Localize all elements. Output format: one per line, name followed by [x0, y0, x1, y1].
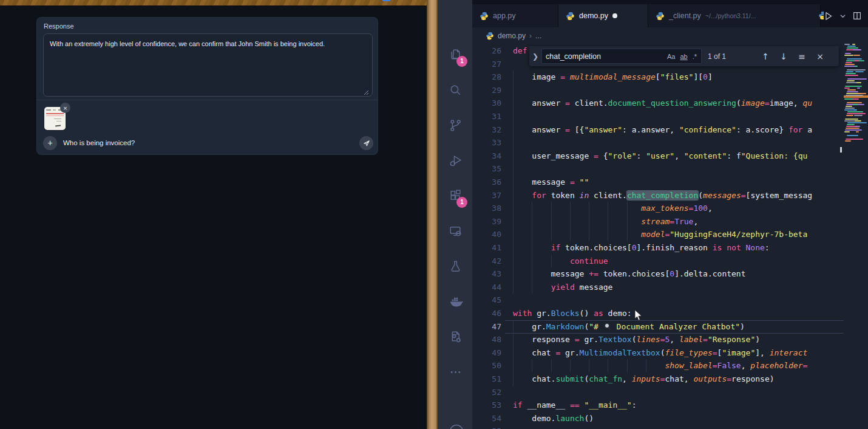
split-editor-button[interactable] [852, 11, 862, 21]
magnifier-emoji [605, 323, 611, 329]
line-number: 55 [472, 425, 501, 429]
find-results-count: 1 of 1 [708, 52, 756, 61]
code-line: 47 gr.Markdown("# Document Analyzer Chat… [472, 320, 868, 334]
line-number: 32 [472, 123, 501, 137]
send-button[interactable] [359, 136, 373, 150]
find-in-selection-button[interactable]: ≡ [793, 52, 811, 61]
code-line: 54 demo.launch() [472, 412, 868, 425]
sidebar-item-explorer[interactable]: 1 [438, 40, 472, 69]
code-line: 44 yield message [472, 281, 868, 294]
code-line: 39 stream=True, [472, 215, 868, 228]
minimap-line [847, 111, 863, 112]
sidebar-item-account[interactable] [438, 416, 472, 429]
debug-icon [448, 153, 463, 168]
code-line: 55 [472, 425, 868, 429]
code-line: 32 answer = [{"answer": a.answer, "confi… [472, 123, 868, 137]
minimap-line [855, 66, 858, 67]
tab-label: _client.py [669, 12, 701, 20]
sidebar-item-extensions[interactable]: 1 [438, 181, 472, 210]
code-line: 50 show_label=False, placeholder= [472, 359, 868, 372]
activity-bar: 1 [438, 0, 472, 429]
whole-word-toggle[interactable]: ab [677, 53, 690, 60]
code-line: 34 user_message = {"role": "user", "cont… [472, 149, 868, 163]
minimap-line [855, 120, 861, 122]
minimap-line [846, 95, 863, 96]
code-line: 31 [472, 110, 868, 123]
minimap-line [846, 128, 860, 129]
line-number: 28 [472, 70, 501, 84]
tab-description: ~/.../python3.11/... [705, 12, 756, 19]
regex-toggle[interactable]: .* [690, 53, 701, 60]
sidebar-item-search[interactable] [438, 75, 472, 105]
panel-divider [37, 100, 378, 100]
attach-file-button[interactable]: + [43, 136, 57, 150]
line-number: 34 [472, 149, 501, 163]
code-line: 37 for token in client.chat_completion(m… [472, 189, 868, 202]
code-line: 49 chat = gr.MultimodalTextbox(file_type… [472, 346, 868, 360]
match-case-toggle[interactable]: Aa [665, 53, 677, 60]
multimodal-input-row: + Who is being invoiced? [37, 134, 378, 156]
line-number: 51 [472, 372, 501, 386]
sidebar-item-source-control[interactable] [438, 111, 472, 140]
line-number: 54 [472, 412, 501, 425]
line-number: 36 [472, 176, 501, 189]
minimap-line [847, 58, 862, 60]
find-close-button[interactable]: × [811, 52, 829, 61]
breadcrumb-file[interactable]: demo.py [498, 32, 526, 40]
breadcrumb-symbol[interactable]: ... [535, 32, 541, 40]
line-number: 43 [472, 267, 501, 281]
minimap-line [845, 64, 855, 65]
docker-icon [448, 294, 464, 310]
code-line: 42 continue [472, 255, 868, 268]
minimap-line [853, 55, 860, 56]
tab-demo-py[interactable]: demo.py [558, 4, 648, 27]
sidebar-item-cmake-tools[interactable] [438, 322, 472, 351]
line-number: 31 [472, 110, 501, 123]
line-number: 53 [472, 399, 501, 412]
sidebar-item-run-debug[interactable] [438, 146, 472, 175]
sidebar-item-testing[interactable] [438, 252, 472, 281]
tab-client-py[interactable]: _client.py ~/.../python3.11/... [648, 4, 821, 27]
run-dropdown-chevron-icon[interactable] [839, 13, 846, 19]
extensions-badge: 1 [456, 197, 467, 208]
line-number: 37 [472, 189, 501, 202]
sidebar-item-remote-explorer[interactable] [438, 216, 472, 245]
tab-label: app.py [493, 12, 516, 20]
find-input[interactable] [542, 52, 665, 61]
sidebar-item-more[interactable] [438, 357, 472, 386]
gradio-panel: Response With an extremely high level of… [36, 17, 378, 155]
minimap-line [853, 49, 861, 50]
minimap[interactable] [844, 44, 868, 429]
pane-divider[interactable] [427, 0, 438, 429]
remove-image-button[interactable]: × [60, 103, 70, 113]
code-editor[interactable]: 26def chat_fn(multimodal_message):2728 i… [472, 44, 868, 429]
minimap-line [858, 93, 866, 94]
find-next-button[interactable]: ↓ [775, 52, 793, 61]
find-widget: ❯ Aa ab .* 1 of 1 ↑ ↓ ≡ × [529, 46, 839, 66]
minimap-line [857, 88, 860, 89]
line-number: 41 [472, 241, 501, 255]
response-textarea[interactable]: With an extremely high level of confiden… [43, 33, 373, 97]
minimap-line [845, 129, 862, 131]
minimap-line [846, 62, 852, 63]
editor-group: app.py demo.py _client.py ~ [472, 0, 868, 429]
modified-dot[interactable] [612, 13, 617, 18]
minimap-line [847, 135, 858, 136]
minimap-line [846, 115, 853, 116]
minimap-line [856, 82, 861, 83]
run-button[interactable] [823, 11, 833, 21]
code-line: 30 answer = client.document_question_ans… [472, 97, 868, 110]
code-line: 46with gr.Blocks() as demo: [472, 307, 868, 320]
line-number: 35 [472, 162, 501, 176]
chat-input-value[interactable]: Who is being invoiced? [63, 139, 135, 146]
titlebar-accent [382, 0, 390, 1]
line-number: 50 [472, 359, 501, 372]
toggle-replace-chevron-icon[interactable]: ❯ [529, 52, 541, 61]
send-icon [362, 139, 371, 148]
mouse-cursor [634, 309, 643, 321]
code-line: 35 [472, 162, 868, 176]
sidebar-item-docker[interactable] [438, 287, 472, 316]
line-number: 29 [472, 84, 501, 97]
tab-app-py[interactable]: app.py [472, 4, 558, 27]
find-previous-button[interactable]: ↑ [756, 52, 775, 61]
